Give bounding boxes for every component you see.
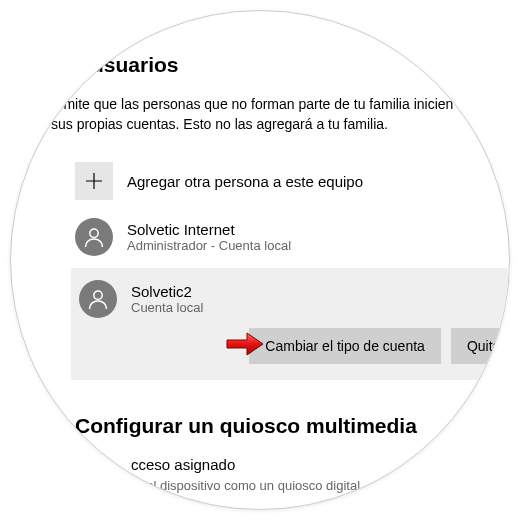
- user-role: Administrador - Cuenta local: [127, 238, 291, 253]
- avatar-icon: [75, 218, 113, 256]
- user-row-solvetic2-selected: Solvetic2 Cuenta local: [71, 268, 510, 380]
- change-account-type-button[interactable]: Cambiar el tipo de cuenta: [249, 328, 441, 364]
- section-title-kiosk: Configurar un quiosco multimedia: [75, 414, 510, 438]
- remove-account-button[interactable]: Quitar: [451, 328, 510, 364]
- svg-point-2: [90, 229, 98, 237]
- svg-point-3: [94, 291, 102, 299]
- users-list: Agregar otra persona a este equipo Solve…: [71, 154, 510, 380]
- red-arrow-icon: [225, 330, 265, 358]
- user-info: Solvetic2 Cuenta local: [131, 283, 203, 315]
- action-button-row: Cambiar el tipo de cuenta Quitar: [75, 328, 510, 364]
- section-description: ermite que las personas que no forman pa…: [51, 95, 510, 134]
- plus-icon: [75, 162, 113, 200]
- add-person-label: Agregar otra persona a este equipo: [127, 173, 363, 190]
- user-row-solvetic-internet[interactable]: Solvetic Internet Administrador - Cuenta…: [71, 208, 510, 266]
- kiosk-access-desc: ra el dispositivo como un quiosco digita…: [131, 477, 510, 495]
- settings-page: usuarios ermite que las personas que no …: [11, 11, 510, 495]
- section-title-users: usuarios: [91, 53, 510, 77]
- kiosk-access-label: cceso asignado: [131, 456, 510, 473]
- user-name: Solvetic2: [131, 283, 203, 300]
- user-row-solvetic2[interactable]: Solvetic2 Cuenta local: [75, 278, 510, 328]
- user-info: Solvetic Internet Administrador - Cuenta…: [127, 221, 291, 253]
- user-role: Cuenta local: [131, 300, 203, 315]
- avatar-icon: [79, 280, 117, 318]
- add-person-row[interactable]: Agregar otra persona a este equipo: [71, 154, 510, 208]
- circle-crop: usuarios ermite que las personas que no …: [10, 10, 510, 510]
- user-name: Solvetic Internet: [127, 221, 291, 238]
